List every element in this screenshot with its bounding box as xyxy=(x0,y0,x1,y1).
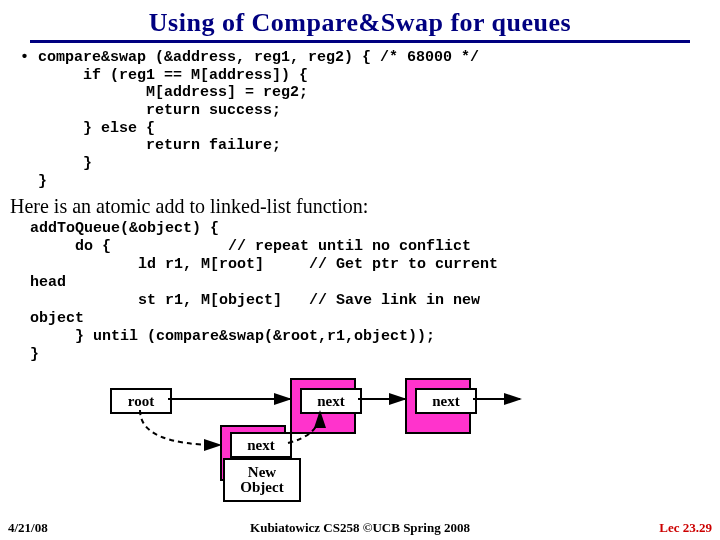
code-block-1: • compare&swap (&address, reg1, reg2) { … xyxy=(0,49,720,191)
new-object-label: New Object xyxy=(223,458,301,502)
next-label-3: next xyxy=(230,432,292,458)
root-label: root xyxy=(110,388,172,414)
subtitle: Here is an atomic add to linked-list fun… xyxy=(0,191,720,220)
title-underline xyxy=(30,40,690,43)
footer-lecnum: Lec 23.29 xyxy=(659,520,712,536)
code-block-2: addToQueue(&object) { do { // repeat unt… xyxy=(0,220,720,364)
footer-center: Kubiatowicz CS258 ©UCB Spring 2008 xyxy=(0,520,720,536)
next-label-1: next xyxy=(300,388,362,414)
node-box-1 xyxy=(290,378,356,434)
next-label-2: next xyxy=(415,388,477,414)
slide-title: Using of Compare&Swap for queues xyxy=(0,0,720,38)
node-box-2 xyxy=(405,378,471,434)
new-node-box xyxy=(220,425,286,481)
